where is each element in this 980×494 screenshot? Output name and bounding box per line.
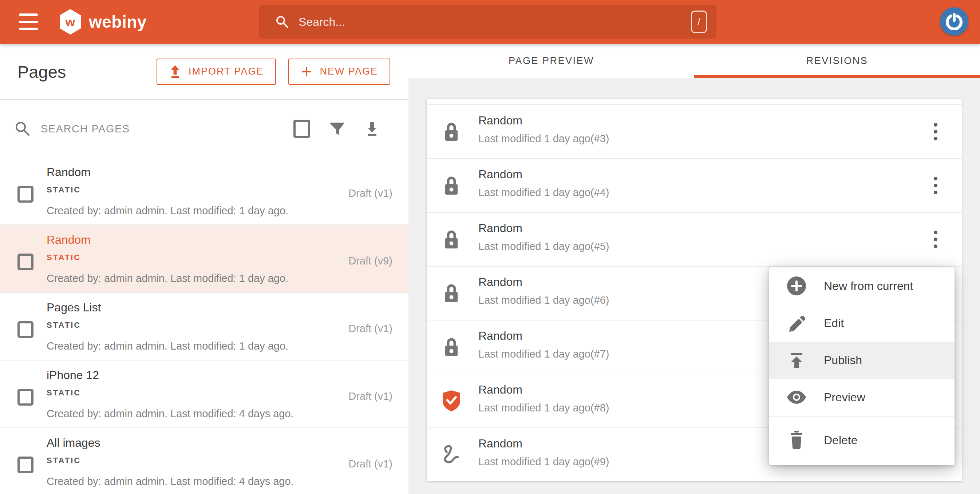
page-item-title: Pages List [46,301,101,314]
kebab-icon[interactable] [927,228,944,251]
page-list-item[interactable]: All images STATIC Draft (v1) Created by:… [0,428,409,494]
revision-title: Random [478,275,522,289]
context-menu-item[interactable]: Delete [769,416,955,464]
import-page-button[interactable]: IMPORT PAGE [156,59,276,85]
plus-circle-icon [769,276,824,296]
tab-page-preview[interactable]: PAGE PREVIEW [409,44,694,78]
lock-icon [440,337,463,357]
page-item-meta: Created by: admin admin. Last modified: … [46,340,288,352]
eye-icon [769,390,824,405]
global-search: / [259,5,716,38]
search-icon [14,121,30,137]
page-list-item[interactable]: Pages List STATIC Draft (v1) Created by:… [0,293,409,361]
plus-icon [301,66,312,78]
page-item-title: iPhone 12 [46,369,99,382]
revision-meta: Last modified 1 day ago(#6) [478,294,609,306]
select-all-icon[interactable] [293,120,310,138]
lock-icon [440,175,463,196]
webiny-logo: w webiny [58,9,147,35]
page-item-type: STATIC [46,185,81,195]
page-item-status: Draft (v1) [348,458,393,470]
revision-title: Random [478,114,522,127]
search-shortcut-badge: / [691,11,707,33]
page-list-item[interactable]: Random STATIC Draft (v1) Created by: adm… [0,157,409,225]
revision-title: Random [478,222,522,235]
page-checkbox[interactable] [18,254,33,270]
gesture-icon [440,445,463,465]
upload-icon [169,65,181,78]
hamburger-icon[interactable] [19,13,38,30]
global-search-input[interactable] [298,15,691,29]
context-menu-item[interactable]: New from current [769,267,955,305]
page-checkbox[interactable] [18,321,33,338]
lock-icon [440,283,463,304]
user-avatar[interactable] [940,7,968,36]
download-icon[interactable] [364,121,380,137]
pages-list: Random STATIC Draft (v1) Created by: adm… [0,157,409,494]
trash-icon [769,431,824,450]
revision-meta: Last modified 1 day ago(#8) [478,402,609,414]
revision-title: Random [478,383,522,397]
detail-tabbar: PAGE PREVIEW REVISIONS [409,44,980,78]
page-item-type: STATIC [46,253,81,262]
context-menu-item-label: Preview [824,391,865,404]
tab-revisions[interactable]: REVISIONS [694,44,980,78]
active-tab-underline [694,75,980,78]
revision-title: Random [478,168,522,181]
revision-partial-row [426,99,962,105]
lock-icon [440,229,463,250]
power-icon [946,13,963,30]
shield-check-icon [440,390,463,412]
page-item-status: Draft (v1) [348,390,393,402]
revision-meta: Last modified 1 day ago(#4) [478,187,609,199]
webiny-hexagon-icon: w [58,9,82,35]
page-item-status: Draft (v1) [348,187,393,199]
context-menu-item-label: Publish [824,354,862,367]
page-item-title: All images [46,436,100,450]
revision-row[interactable]: Random Last modified 1 day ago(#4) [426,159,962,213]
context-menu-item-label: Edit [824,316,844,330]
pencil-icon [769,314,824,332]
page-item-title: Random [46,165,91,179]
lock-icon [440,121,463,142]
context-menu-item[interactable]: Publish [769,342,955,379]
page-title: Pages [18,62,66,81]
page-list-item[interactable]: iPhone 12 STATIC Draft (v1) Created by: … [0,361,409,428]
filter-icon[interactable] [329,121,345,137]
revision-row[interactable]: Random Last modified 1 day ago(#5) [426,213,962,267]
kebab-icon[interactable] [927,120,944,143]
kebab-icon[interactable] [927,174,944,197]
page-item-type: STATIC [46,388,81,398]
revision-meta: Last modified 1 day ago(#5) [478,240,609,253]
revision-meta: Last modified 1 day ago(#3) [478,133,609,145]
page-item-meta: Created by: admin admin. Last modified: … [46,475,294,488]
revision-row[interactable]: Random Last modified 1 day ago(#3) [426,105,962,159]
page-checkbox[interactable] [18,456,33,473]
page-item-meta: Created by: admin admin. Last modified: … [46,408,294,420]
pages-search-row [0,100,409,158]
revision-context-menu: New from current Edit Publish [769,267,955,465]
context-menu-item[interactable]: Edit [769,305,955,342]
context-menu-item-label: Delete [824,434,858,447]
revision-meta: Last modified 1 day ago(#9) [478,456,609,468]
pages-panel: Pages IMPORT PAGE NEW PAGE [0,44,409,494]
search-icon [275,15,289,29]
page-checkbox[interactable] [18,389,33,406]
page-item-meta: Created by: admin admin. Last modified: … [46,272,288,284]
revision-meta: Last modified 1 day ago(#7) [478,348,609,360]
publish-icon [769,351,824,369]
pages-search-input[interactable] [40,122,245,135]
svg-text:w: w [65,15,75,29]
page-checkbox[interactable] [18,186,33,203]
page-list-item[interactable]: Random STATIC Draft (v9) Created by: adm… [0,225,409,293]
page-item-type: STATIC [46,456,81,465]
page-item-status: Draft (v1) [348,322,393,335]
page-item-title: Random [46,233,91,247]
revision-title: Random [478,437,522,450]
brand-wordmark: webiny [89,13,147,30]
new-page-button[interactable]: NEW PAGE [288,59,390,85]
context-menu-item-label: New from current [824,280,913,293]
page-item-meta: Created by: admin admin. Last modified: … [46,205,288,217]
context-menu-item[interactable]: Preview [769,379,955,416]
page-item-type: STATIC [46,321,81,330]
